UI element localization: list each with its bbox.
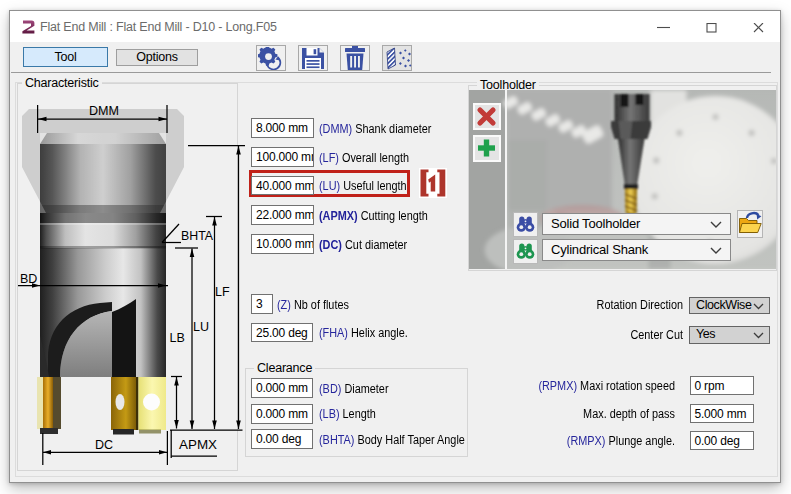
svg-text:DMM: DMM <box>89 104 119 118</box>
svg-text:LU: LU <box>193 320 209 334</box>
svg-text:LF: LF <box>215 285 230 299</box>
svg-text:APMX: APMX <box>179 438 218 452</box>
svg-text:DC: DC <box>95 438 113 452</box>
svg-text:BHTA: BHTA <box>181 229 214 243</box>
svg-text:LB: LB <box>170 331 185 345</box>
svg-text:BD: BD <box>20 272 37 286</box>
